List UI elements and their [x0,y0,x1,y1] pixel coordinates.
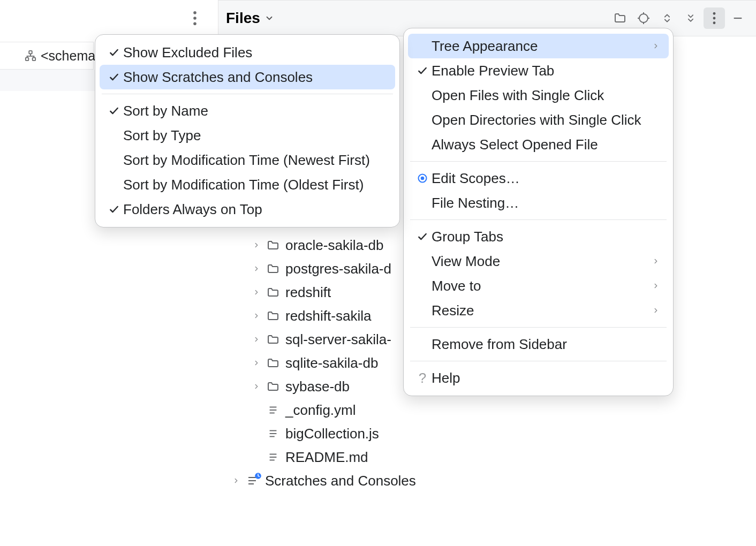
more-icon[interactable] [704,7,725,29]
svg-rect-3 [29,51,32,54]
menu-group-tabs[interactable]: Group Tabs [408,224,669,249]
check-icon [413,65,432,76]
tree-item-label: bigCollection.js [285,426,379,442]
check-icon [413,231,432,242]
svg-point-29 [421,177,425,180]
menu-resize[interactable]: Resize [408,298,669,323]
text-file-icon [266,428,280,439]
menu-separator [410,327,667,328]
chevron-right-icon [651,282,661,290]
menu-item-label: Sort by Modification Time (Oldest First) [123,177,388,193]
scratches-icon [246,474,260,487]
menu-item-label: View Mode [432,253,651,270]
menu-always-select-opened-file[interactable]: Always Select Opened File [408,132,669,157]
submenu-sort-name[interactable]: Sort by Name [100,98,395,123]
submenu-folders-top[interactable]: Folders Always on Top [100,197,395,222]
chevron-down-icon [264,13,274,23]
folder-icon [266,239,280,252]
svg-point-13 [713,21,716,24]
check-icon [105,204,123,215]
collapse-down-icon[interactable] [680,7,701,29]
chevron-right-icon [252,336,261,343]
menu-edit-scopes[interactable]: Edit Scopes… [408,166,669,191]
chevron-right-icon [252,359,261,367]
submenu-sort-mod-newest[interactable]: Sort by Modification Time (Newest First) [100,148,395,172]
menu-item-label: Help [432,370,661,386]
menu-separator [102,94,393,94]
text-file-icon [266,451,280,463]
folder-icon[interactable] [609,7,631,29]
submenu-sort-mod-oldest[interactable]: Sort by Modification Time (Oldest First) [100,172,395,197]
tree-file-row[interactable]: README.md [218,445,756,469]
folder-icon [266,309,280,322]
header-actions [609,7,749,29]
tree-item-label: sqlite-sakila-db [285,355,378,371]
menu-item-label: Remove from Sidebar [432,336,661,353]
svg-rect-4 [26,58,29,61]
check-icon [105,47,123,58]
menu-item-label: Sort by Name [123,103,388,119]
tree-item-label: Scratches and Consoles [265,473,416,489]
menu-item-label: Folders Always on Top [123,201,388,218]
menu-item-label: Move to [432,278,651,294]
text-file-icon [266,404,280,416]
menu-item-label: Resize [432,302,651,319]
menu-item-label: Show Scratches and Consoles [123,69,388,86]
menu-item-label: Sort by Type [123,127,388,144]
chevron-right-icon [232,477,240,484]
tree-item-label: sybase-db [285,378,350,395]
tree-item-label: README.md [285,449,368,466]
check-icon [105,105,123,116]
target-icon[interactable] [633,7,654,29]
menu-separator [410,161,667,162]
schema-tab-label: <schema [41,48,95,64]
tree-scratches-row[interactable]: Scratches and Consoles [218,469,756,492]
submenu-show-scratches[interactable]: Show Scratches and Consoles [100,65,395,89]
menu-file-nesting[interactable]: File Nesting… [408,191,669,215]
svg-point-6 [639,14,648,22]
minimize-icon[interactable] [727,7,749,29]
menu-open-files-single-click[interactable]: Open Files with Single Click [408,83,669,108]
chevron-right-icon [651,257,661,265]
menu-remove-from-sidebar[interactable]: Remove from Sidebar [408,332,669,357]
menu-item-label: Edit Scopes… [432,170,661,187]
svg-point-1 [193,17,196,20]
menu-enable-preview-tab[interactable]: Enable Preview Tab [408,58,669,83]
folder-icon [266,286,280,299]
schema-tab[interactable]: <schema [0,42,94,70]
kebab-icon[interactable] [193,11,197,26]
options-menu: Tree Appearance Enable Preview Tab Open … [403,28,674,396]
menu-item-label: Open Directories with Single Click [432,112,661,128]
chevron-right-icon [651,42,661,50]
menu-help[interactable]: ? Help [408,366,669,390]
tree-item-label: redshift-sakila [285,308,371,324]
chevron-right-icon [252,383,261,390]
menu-separator [410,361,667,361]
tree-item-label: redshift [285,284,331,301]
tree-file-row[interactable]: _config.yml [218,398,756,422]
menu-item-label: Group Tabs [432,229,661,245]
menu-item-label: Always Select Opened File [432,136,661,153]
chevron-right-icon [252,289,261,296]
tree-file-row[interactable]: bigCollection.js [218,422,756,445]
expand-up-down-icon[interactable] [656,7,678,29]
menu-item-label: File Nesting… [432,195,661,211]
submenu-show-excluded[interactable]: Show Excluded Files [100,40,395,65]
menu-move-to[interactable]: Move to [408,274,669,298]
submenu-sort-type[interactable]: Sort by Type [100,123,395,148]
chevron-right-icon [252,312,261,320]
help-icon: ? [413,370,432,386]
menu-open-dirs-single-click[interactable]: Open Directories with Single Click [408,108,669,132]
chevron-right-icon [252,265,261,272]
menu-view-mode[interactable]: View Mode [408,249,669,274]
schema-icon [25,50,36,62]
tree-item-label: _config.yml [285,402,356,419]
menu-separator [410,219,667,220]
files-panel-title-group[interactable]: Files [226,10,274,27]
check-icon [105,72,123,82]
svg-point-12 [713,17,716,20]
folder-icon [266,333,280,346]
menu-tree-appearance[interactable]: Tree Appearance [408,34,669,58]
menu-item-label: Tree Appearance [432,38,651,55]
menu-item-label: Open Files with Single Click [432,87,661,104]
